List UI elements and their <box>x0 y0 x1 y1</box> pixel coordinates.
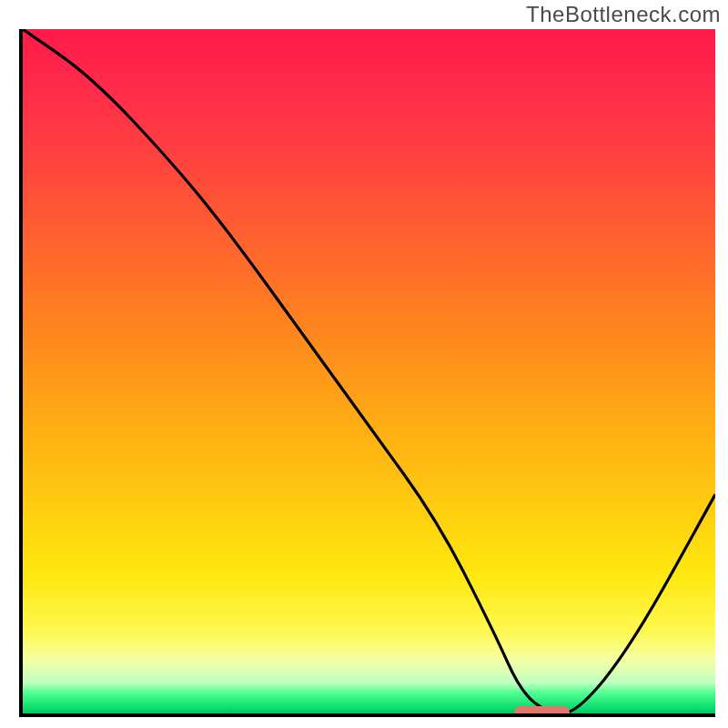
bottleneck-chart: TheBottleneck.com <box>0 0 728 728</box>
curve-svg <box>23 29 715 713</box>
optimal-range-marker <box>514 706 570 717</box>
watermark-text: TheBottleneck.com <box>526 2 721 27</box>
bottleneck-curve-path <box>23 29 715 713</box>
plot-area <box>19 29 715 717</box>
